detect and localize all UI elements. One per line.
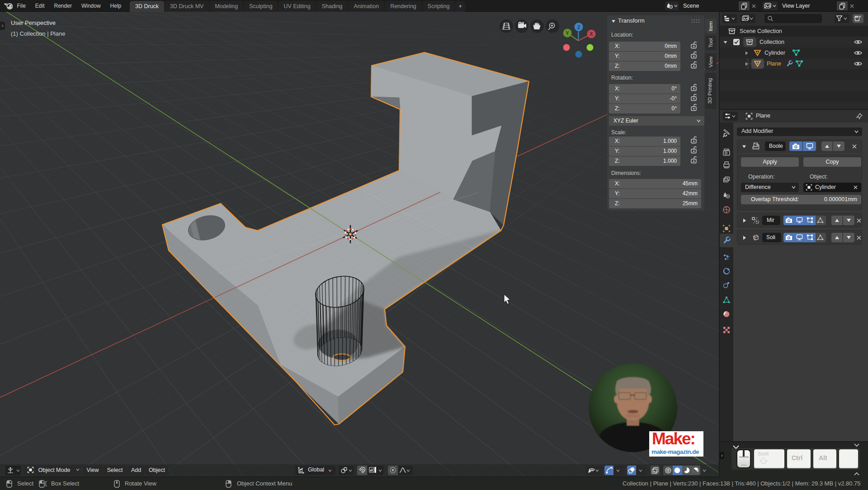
svg-text:X: X bbox=[590, 31, 593, 37]
svg-text:Z: Z bbox=[577, 24, 580, 30]
svg-text:Y: Y bbox=[566, 30, 569, 36]
